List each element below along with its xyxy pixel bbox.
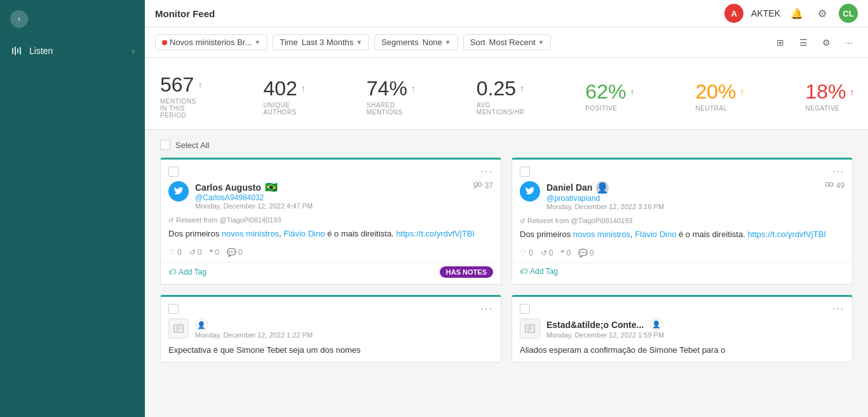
news-card-4: ··· Estad&atilde;o Conte... 👤 Monday, De… <box>512 295 853 362</box>
authors-label: UNIQUE AUTHORS <box>263 102 305 116</box>
time-filter-value: Last 3 Months <box>302 38 354 47</box>
view-monitor-icon[interactable]: ⊞ <box>771 34 789 51</box>
card-2-retweet: ↺ Retweet from @TiagoPi08140193 <box>512 215 852 228</box>
svg-rect-0 <box>12 48 13 54</box>
card-2-checkbox[interactable] <box>520 167 530 177</box>
shared-value: 74% ↑ <box>367 77 416 100</box>
svg-point-4 <box>474 182 478 186</box>
card-1-author: Carlos Augusto 🇧🇷 @CarlosA94984032 Monda… <box>161 181 501 215</box>
mentions-value: 567 ↑ <box>160 73 202 97</box>
select-all-row: Select All <box>160 140 853 150</box>
card-1-url[interactable]: https://t.co/yrdvfVjTBI <box>396 229 475 238</box>
notifications-icon[interactable]: 🔔 <box>788 4 806 22</box>
sidebar-item-listen[interactable]: Listen › <box>0 38 145 64</box>
main-content: Monitor Feed A AKTEK 🔔 ⚙ CL Novos minist… <box>145 0 868 417</box>
card-1-quotes: ❝ 0 <box>209 248 219 257</box>
avg-value: 0.25 ↑ <box>477 77 525 100</box>
listen-icon <box>10 44 23 57</box>
card-4-author-name: Estad&atilde;o Conte... 👤 <box>546 318 844 331</box>
authors-value: 402 ↑ <box>263 77 305 100</box>
card-2-author-name: Daniel Dan 👤 <box>546 181 818 194</box>
card-2-text: Dos primeiros novos ministros, Flávio Di… <box>512 228 852 246</box>
card-1-has-notes-badge: HAS NOTES <box>440 266 493 278</box>
neutral-value: 20% ↑ <box>695 80 744 104</box>
card-1-author-name: Carlos Augusto 🇧🇷 <box>195 181 467 193</box>
select-all-checkbox[interactable] <box>160 140 170 150</box>
mentions-arrow-icon: ↑ <box>198 80 202 90</box>
sort-filter-value: Most Recent <box>489 38 536 47</box>
card-1-link2[interactable]: Flávio Dino <box>283 229 325 238</box>
card-2-author-info: Daniel Dan 👤 @proativapland Monday, Dece… <box>546 181 818 210</box>
sort-filter[interactable]: Sort Most Recent ▼ <box>463 34 552 50</box>
card-1-header: ··· <box>161 160 501 181</box>
avg-label: AVG MENTIONS/HR <box>477 102 525 116</box>
feed-dot <box>162 40 167 45</box>
tag-icon: 🏷 <box>168 268 176 277</box>
filter-settings-icon[interactable]: ⚙ <box>817 34 835 51</box>
sidebar-top: ‹ <box>0 0 145 38</box>
segments-filter[interactable]: Segments None ▼ <box>374 34 458 50</box>
card-2-replies: 💬 0 <box>578 249 594 257</box>
card-1-retweet: ↺ Retweet from @TiagoPi08140193 <box>161 215 501 228</box>
app-title: Monitor Feed <box>155 8 215 19</box>
user-avatar-cl[interactable]: CL <box>839 4 858 23</box>
quote-icon-2: ❝ <box>560 249 564 257</box>
card-1-footer: 🏷 Add Tag HAS NOTES <box>161 262 501 284</box>
card-2-menu[interactable]: ··· <box>832 166 844 177</box>
card-2-link2[interactable]: Flávio Dino <box>635 229 676 239</box>
sidebar-listen-label: Listen <box>29 46 53 56</box>
top-bar-right: A AKTEK 🔔 ⚙ CL <box>724 4 858 23</box>
card-4-platform-icon <box>520 318 540 339</box>
card-1-author-handle[interactable]: @CarlosA94984032 <box>195 193 467 202</box>
card-2-link1[interactable]: novos ministros <box>573 229 630 239</box>
neutral-arrow-icon: ↑ <box>740 87 744 97</box>
mentions-label: MENTIONS IN THIS PERIOD <box>160 98 202 119</box>
card-2-actions: ♡ 0 ↺ 0 ❝ 0 💬 0 <box>512 246 852 263</box>
card-1-platform-icon <box>168 181 189 202</box>
card-2-add-tag[interactable]: 🏷 Add Tag <box>520 267 558 276</box>
svg-rect-2 <box>17 48 18 53</box>
filter-more-icon[interactable]: ··· <box>840 34 858 51</box>
card-2-author: Daniel Dan 👤 @proativapland Monday, Dece… <box>512 181 852 215</box>
card-2-url[interactable]: https://t.co/yrdvfVjTBI <box>747 229 826 239</box>
card-2-platform-icon <box>520 181 540 202</box>
sidebar-collapse-button[interactable]: ‹ <box>10 10 28 28</box>
card-2-reach: 49 <box>825 181 844 190</box>
card-4-author-info: Estad&atilde;o Conte... 👤 Monday, Decemb… <box>546 318 844 339</box>
card-3-author: 👤 Monday, December 12, 2022 1:22 PM <box>161 318 501 345</box>
card-3-author-avatar: 👤 <box>195 318 208 331</box>
select-all-label[interactable]: Select All <box>175 140 209 150</box>
feed-filter[interactable]: Novos ministerios Br... ▼ <box>155 34 268 50</box>
svg-rect-3 <box>20 47 21 55</box>
filter-bar: Novos ministerios Br... ▼ Time Last 3 Mo… <box>145 27 868 58</box>
card-4-checkbox[interactable] <box>520 304 530 314</box>
stat-authors: 402 ↑ UNIQUE AUTHORS <box>263 77 305 116</box>
time-chevron-icon: ▼ <box>356 39 362 46</box>
card-2-author-date: Monday, December 12, 2022 3:16 PM <box>546 203 818 210</box>
card-1-checkbox[interactable] <box>168 167 179 177</box>
card-1-author-date: Monday, December 12, 2022 4:47 PM <box>195 202 467 210</box>
content-area: Select All ··· Carlos A <box>145 130 868 417</box>
view-list-icon[interactable]: ☰ <box>794 34 812 51</box>
stat-positive: 62% ↑ POSITIVE <box>585 80 634 112</box>
feed-filter-label: Novos ministerios Br... <box>170 38 252 47</box>
tweet-card-1: ··· Carlos Augusto 🇧🇷 @CarlosA94984032 <box>160 158 501 285</box>
card-1-menu[interactable]: ··· <box>481 166 493 177</box>
card-3-menu[interactable]: ··· <box>481 303 493 315</box>
card-3-checkbox[interactable] <box>168 304 179 314</box>
time-filter[interactable]: Time Last 3 Months ▼ <box>273 34 369 50</box>
reply-icon-2: 💬 <box>578 249 588 257</box>
settings-icon[interactable]: ⚙ <box>813 4 831 22</box>
sidebar: ‹ Listen › <box>0 0 145 417</box>
top-bar: Monitor Feed A AKTEK 🔔 ⚙ CL <box>145 0 868 27</box>
card-4-header: ··· <box>512 297 852 318</box>
card-1-link1[interactable]: novos ministros <box>222 229 279 238</box>
negative-value: 18% ↑ <box>805 80 854 104</box>
svg-point-5 <box>478 182 482 186</box>
card-1-actions: ♡ 0 ↺ 0 ❝ 0 💬 0 <box>161 245 501 262</box>
card-1-add-tag[interactable]: 🏷 Add Tag <box>168 268 207 277</box>
card-2-author-handle[interactable]: @proativapland <box>546 194 818 203</box>
card-4-menu[interactable]: ··· <box>832 303 844 315</box>
sort-chevron-icon: ▼ <box>538 39 545 46</box>
stat-negative: 18% ↑ NEGATIVE <box>805 80 854 112</box>
